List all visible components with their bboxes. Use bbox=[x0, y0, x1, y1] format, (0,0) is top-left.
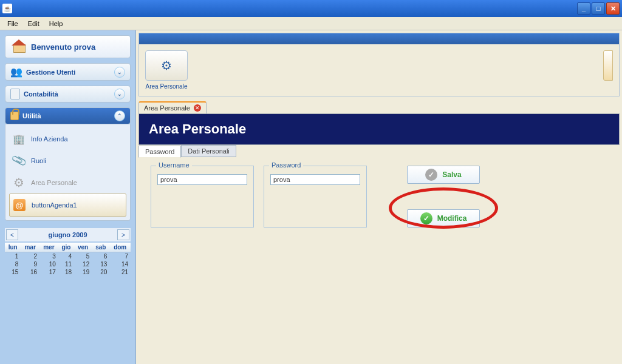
calendar-day-cell[interactable]: 2 bbox=[21, 252, 39, 261]
sidebar-item-ruoli[interactable]: 📎 Ruoli bbox=[9, 150, 126, 172]
calendar-day-cell[interactable]: 6 bbox=[92, 252, 109, 261]
toolbar-side-button[interactable] bbox=[603, 50, 613, 81]
form-area: Username Password ✓ Salva ✓ Modifica bbox=[138, 157, 620, 236]
tab-close-icon[interactable]: ✕ bbox=[194, 104, 201, 112]
calculator-icon bbox=[10, 89, 20, 99]
utilita-body: 🏢 Info Azienda 📎 Ruoli ⚙ Area Personale … bbox=[5, 124, 131, 221]
menu-help[interactable]: Help bbox=[44, 19, 68, 29]
maximize-button[interactable]: □ bbox=[592, 2, 605, 15]
menubar: File Edit Help bbox=[0, 17, 622, 30]
sidebar-item-button-agenda[interactable]: @ buttonAgenda1 bbox=[9, 194, 126, 217]
calendar-day-cell[interactable]: 20 bbox=[92, 268, 109, 276]
calendar-day-header: mer bbox=[39, 243, 58, 252]
username-fieldset: Username bbox=[151, 166, 254, 228]
toolbar-panel: ⚙ Area Personale bbox=[138, 33, 620, 96]
window-titlebar: ☕ _ □ ✕ bbox=[0, 0, 622, 17]
calendar-day-header: ven bbox=[74, 243, 92, 252]
calendar-day-cell[interactable]: 16 bbox=[21, 268, 39, 276]
calendar-day-header: dom bbox=[109, 243, 131, 252]
chevron-down-icon[interactable]: ⌄ bbox=[114, 67, 125, 78]
calendar-day-cell[interactable]: 8 bbox=[5, 260, 21, 268]
calendar-table: lunmarmergiovensabdom 123456789101112131… bbox=[5, 243, 131, 276]
calendar-day-cell[interactable]: 5 bbox=[74, 252, 92, 261]
calendar-title: giugno 2009 bbox=[48, 231, 87, 238]
welcome-text: Benvenuto prova bbox=[31, 42, 95, 52]
toolbar-label: Area Personale bbox=[146, 83, 188, 90]
salva-button[interactable]: ✓ Salva bbox=[407, 166, 480, 184]
sidebar-section-utilita[interactable]: Utilità ⌃ bbox=[5, 107, 131, 124]
calendar-day-cell[interactable]: 12 bbox=[74, 260, 92, 268]
username-label: Username bbox=[156, 161, 192, 169]
calendar-day-header: gio bbox=[58, 243, 74, 252]
calendar-day-cell[interactable]: 13 bbox=[92, 260, 109, 268]
calendar-day-cell[interactable]: 4 bbox=[58, 252, 74, 261]
calendar-day-cell[interactable]: 17 bbox=[39, 268, 58, 276]
menu-file[interactable]: File bbox=[2, 19, 23, 29]
tab-password[interactable]: Password bbox=[138, 146, 181, 158]
check-icon: ✓ bbox=[420, 212, 432, 224]
minimize-button[interactable]: _ bbox=[577, 2, 590, 15]
paperclip-icon: 📎 bbox=[11, 153, 27, 169]
calendar-day-cell[interactable]: 10 bbox=[39, 260, 58, 268]
gear-icon: ⚙ bbox=[161, 58, 172, 73]
password-label: Password bbox=[269, 161, 303, 169]
users-icon: 👥 bbox=[10, 66, 22, 78]
sidebar-section-gestione-utenti[interactable]: 👥Gestione Utenti ⌄ bbox=[5, 63, 131, 81]
java-icon: ☕ bbox=[2, 4, 12, 13]
calendar-day-cell[interactable]: 14 bbox=[109, 260, 131, 268]
page-title: Area Personale bbox=[138, 113, 620, 145]
calendar-day-cell[interactable]: 11 bbox=[58, 260, 74, 268]
calendar-day-cell[interactable]: 19 bbox=[74, 268, 92, 276]
sidebar-section-contabilita[interactable]: Contabilità ⌄ bbox=[5, 86, 131, 103]
toolbar-button-area-personale[interactable]: ⚙ bbox=[145, 50, 188, 81]
at-icon: @ bbox=[13, 199, 26, 211]
close-button[interactable]: ✕ bbox=[606, 2, 620, 15]
calendar-day-cell[interactable]: 1 bbox=[5, 252, 21, 261]
sidebar-item-area-personale[interactable]: ⚙ Area Personale bbox=[9, 172, 126, 194]
welcome-panel: Benvenuto prova bbox=[5, 35, 131, 58]
chevron-down-icon[interactable]: ⌄ bbox=[114, 89, 125, 99]
sub-tabs: Password Dati Personali bbox=[138, 145, 620, 157]
calendar-prev-button[interactable]: < bbox=[6, 229, 18, 240]
sidebar: Benvenuto prova 👥Gestione Utenti ⌄ Conta… bbox=[0, 30, 136, 364]
building-icon: 🏢 bbox=[13, 133, 25, 145]
main-content: ⚙ Area Personale Area Personale ✕ Area P… bbox=[136, 30, 622, 364]
calendar-day-header: mar bbox=[21, 243, 39, 252]
document-tab-area-personale[interactable]: Area Personale ✕ bbox=[138, 101, 207, 113]
home-icon bbox=[12, 41, 26, 53]
lock-icon bbox=[10, 112, 19, 120]
password-fieldset: Password bbox=[264, 166, 367, 228]
chevron-up-icon[interactable]: ⌃ bbox=[114, 110, 125, 121]
calendar-day-cell[interactable]: 9 bbox=[21, 260, 39, 268]
calendar-day-cell[interactable]: 21 bbox=[109, 268, 131, 276]
check-icon: ✓ bbox=[425, 169, 437, 181]
gear-icon: ⚙ bbox=[13, 177, 25, 189]
document-tabs: Area Personale ✕ bbox=[138, 101, 622, 113]
sidebar-item-info-azienda[interactable]: 🏢 Info Azienda bbox=[9, 128, 126, 150]
menu-edit[interactable]: Edit bbox=[23, 19, 44, 29]
calendar-day-header: sab bbox=[92, 243, 109, 252]
calendar-day-cell[interactable]: 18 bbox=[58, 268, 74, 276]
calendar-day-header: lun bbox=[5, 243, 21, 252]
calendar-next-button[interactable]: > bbox=[117, 229, 129, 240]
password-input[interactable] bbox=[270, 174, 360, 185]
calendar-day-cell[interactable]: 3 bbox=[39, 252, 58, 261]
calendar-day-cell[interactable]: 7 bbox=[109, 252, 131, 261]
username-input[interactable] bbox=[157, 174, 247, 185]
calendar-widget: < giugno 2009 > lunmarmergiovensabdom 12… bbox=[5, 226, 131, 276]
modifica-button[interactable]: ✓ Modifica bbox=[407, 209, 480, 228]
calendar-day-cell[interactable]: 15 bbox=[5, 268, 21, 276]
tab-dati-personali[interactable]: Dati Personali bbox=[181, 145, 236, 157]
